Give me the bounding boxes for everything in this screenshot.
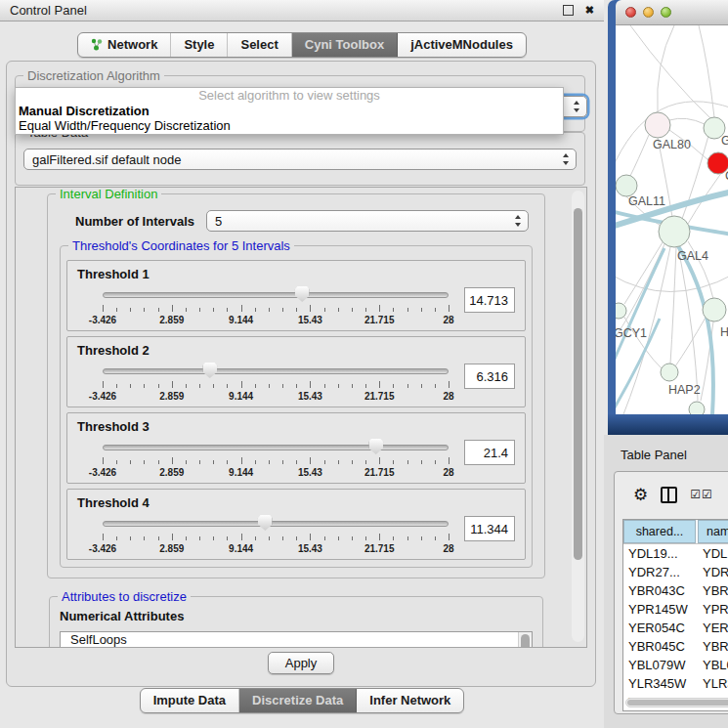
apply-button[interactable]: Apply [268, 652, 335, 674]
threshold-2-slider[interactable]: -3.4262.8599.14415.4321.71528 [103, 362, 449, 405]
slider-thumb[interactable] [202, 363, 217, 378]
threshold-4-value-field[interactable]: 11.344 [464, 516, 515, 541]
tab-infer-network[interactable]: Infer Network [357, 689, 463, 712]
table-cell[interactable]: YLR345W [623, 676, 696, 691]
slider-track[interactable] [103, 445, 449, 450]
gear-icon[interactable]: ⚙ [633, 487, 648, 503]
column-header-name[interactable]: name [698, 520, 728, 543]
columns-icon[interactable] [661, 487, 677, 503]
network-window-titlebar[interactable] [616, 0, 728, 25]
float-window-icon[interactable] [563, 5, 574, 16]
tick-label: 15.43 [298, 467, 322, 478]
table-cell[interactable]: YBL079W [623, 658, 696, 672]
network-node[interactable] [689, 402, 705, 414]
tab-jactivemnodules[interactable]: jActiveMNodules [398, 33, 526, 57]
table-row[interactable]: YBR045CYBR045C [623, 637, 728, 656]
slider-tick-labels: -3.4262.8599.14415.4321.71528 [103, 315, 449, 326]
select-columns-icon[interactable]: ☑☑ [690, 489, 713, 500]
settings-scrollbar[interactable] [572, 191, 584, 642]
tab-impute-data[interactable]: Impute Data [141, 689, 239, 712]
network-node-label: GA [721, 134, 728, 148]
table-cell[interactable]: YER054C [623, 621, 696, 635]
tick-label: 2.859 [159, 315, 184, 325]
slider-thumb[interactable] [368, 439, 383, 454]
table-cell[interactable]: YDL19... [696, 546, 728, 561]
table-row[interactable]: YDL19...YDL19... [623, 544, 728, 563]
threshold-1-value-field[interactable]: 14.713 [464, 287, 515, 313]
network-canvas[interactable]: GAL80GACGAL11GAL4GCY1HHAP2 [616, 25, 728, 414]
settings-scrollbar-thumb[interactable] [574, 208, 582, 560]
close-traffic-light[interactable] [625, 7, 636, 18]
zoom-traffic-light[interactable] [661, 7, 671, 18]
table-cell[interactable]: YBR045C [623, 639, 696, 654]
threshold-2-value-field[interactable]: 6.316 [464, 364, 515, 389]
dropdown-option-equal-width[interactable]: Equal Width/Frequency Discretization [16, 118, 563, 133]
slider-track[interactable] [103, 292, 449, 298]
table-cell[interactable]: YBR043C [696, 583, 728, 598]
table-cell[interactable]: YBR045C [696, 639, 728, 654]
table-row[interactable]: YDR27...YDR27... [623, 563, 728, 581]
threshold-3-slider[interactable]: -3.4262.8599.14415.4321.71528 [103, 438, 449, 481]
table-cell[interactable]: YDR27... [696, 565, 728, 579]
threshold-3-block: Threshold 3 -3.4262.8599.14415.4321.7152… [66, 412, 526, 484]
table-cell[interactable]: YBL079W [696, 658, 728, 672]
attributes-group: Attributes to discretize Numerical Attri… [49, 596, 543, 648]
table-row[interactable]: YPR145WYPR145W [623, 600, 728, 619]
network-node[interactable] [661, 364, 678, 381]
table-cell[interactable]: YLR345W [696, 676, 728, 691]
table-row[interactable]: YER054CYER054C [623, 619, 728, 637]
network-node[interactable] [703, 298, 726, 321]
network-node-label: HAP2 [668, 383, 701, 397]
combo-arrows-icon [515, 215, 522, 227]
network-node-label: H [720, 325, 728, 339]
numerical-attributes-label: Numerical Attributes [60, 609, 533, 623]
table-row[interactable]: YBL079WYBL079W [623, 656, 728, 674]
table-data-select[interactable]: galFiltered.sif default node [23, 149, 577, 170]
threshold-4-slider[interactable]: -3.4262.8599.14415.4321.71528 [103, 514, 449, 557]
tab-style[interactable]: Style [171, 33, 228, 57]
table-horizontal-scrollbar[interactable] [625, 698, 728, 707]
tab-discretize-data[interactable]: Discretize Data [239, 689, 357, 712]
list-scrollbar-thumb[interactable] [521, 634, 530, 648]
close-icon[interactable]: ✖ [585, 5, 594, 16]
network-node[interactable] [616, 303, 626, 319]
list-scrollbar[interactable] [518, 632, 532, 648]
threshold-1-slider[interactable]: -3.4262.8599.14415.4321.71528 [103, 285, 449, 328]
network-tab-icon [91, 38, 103, 51]
tick-label: 15.43 [298, 315, 322, 325]
table-cell[interactable]: YDL19... [623, 546, 696, 561]
network-view-window: GAL80GACGAL11GAL4GCY1HHAP2 [608, 0, 728, 435]
table-cell[interactable]: YDR27... [623, 565, 696, 579]
table-row[interactable]: YBR043CYBR043C [623, 581, 728, 600]
slider-thumb[interactable] [258, 515, 273, 531]
number-of-intervals-select[interactable]: 5 [206, 210, 529, 232]
table-row[interactable]: YLR345WYLR345W [623, 674, 728, 693]
threshold-3-value-field[interactable]: 21.4 [464, 440, 515, 465]
slider-track[interactable] [103, 521, 449, 527]
column-header-shared-name[interactable]: shared... [623, 520, 696, 543]
table-cell[interactable]: YBR043C [623, 583, 696, 598]
table-panel-title: Table Panel [621, 448, 687, 462]
minimize-traffic-light[interactable] [643, 7, 654, 18]
interval-definition-title: Interval Definition [56, 187, 161, 201]
dropdown-option-manual[interactable]: Manual Discretization [16, 104, 563, 118]
slider-tick-labels: -3.4262.8599.14415.4321.71528 [103, 467, 449, 479]
network-node[interactable] [659, 216, 690, 247]
table-hscroll-thumb[interactable] [627, 700, 728, 706]
tab-network[interactable]: Network [78, 33, 171, 57]
network-node[interactable] [616, 175, 637, 196]
tick-label: 28 [443, 543, 453, 554]
threshold-2-block: Threshold 2 -3.4262.8599.14415.4321.7152… [66, 336, 526, 407]
slider-thumb[interactable] [295, 286, 310, 302]
slider-track[interactable] [103, 368, 449, 374]
node-table: shared... name YDL19...YDL19...YDR27...Y… [622, 519, 728, 711]
algorithm-dropdown-popup: Select algorithm to view settings Manual… [15, 87, 564, 135]
network-node[interactable] [645, 112, 670, 138]
tab-select[interactable]: Select [228, 33, 291, 57]
attribute-list-item[interactable]: SelfLoops [61, 632, 532, 648]
table-cell[interactable]: YPR145W [623, 602, 696, 617]
tab-cyni-toolbox[interactable]: Cyni Toolbox [292, 33, 398, 57]
table-cell[interactable]: YER054C [696, 621, 728, 635]
tick-label: 9.144 [229, 315, 253, 325]
table-cell[interactable]: YPR145W [696, 602, 728, 617]
